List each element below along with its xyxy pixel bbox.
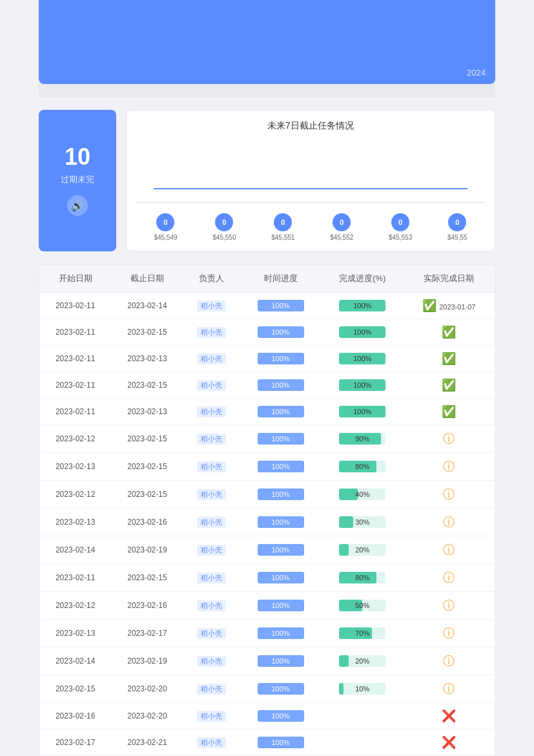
chart-date: $45,549 bbox=[154, 234, 177, 241]
end-date: 2023-02-15 bbox=[111, 319, 183, 346]
start-date: 2023-02-16 bbox=[39, 703, 111, 730]
sound-button[interactable]: 🔊 bbox=[67, 195, 88, 216]
person: 稻小壳 bbox=[183, 293, 240, 319]
status-icon-orange: ⓘ bbox=[443, 627, 455, 640]
time-bar-bg: 100% bbox=[258, 300, 304, 311]
completion-bar-bg: 70% bbox=[339, 627, 385, 639]
person: 稻小壳 bbox=[183, 564, 240, 592]
col-header-4: 完成进度(%) bbox=[322, 265, 404, 293]
completion-progress: 100% bbox=[322, 399, 404, 425]
status-icon-red: ❌ bbox=[442, 709, 456, 722]
person-tag: 稻小壳 bbox=[197, 300, 226, 311]
chart-node: 0 bbox=[215, 213, 233, 231]
completion-progress: 20% bbox=[322, 647, 404, 675]
col-header-2: 负责人 bbox=[183, 265, 240, 293]
time-progress: 100% bbox=[240, 564, 322, 592]
completion-bar-fill bbox=[339, 544, 348, 556]
status-icon-orange: ⓘ bbox=[443, 655, 455, 667]
table-row: 2023-02-11 2023-02-13 稻小壳 100% 100% ✅ bbox=[39, 346, 495, 372]
completion-bar-bg: 100% bbox=[339, 406, 385, 417]
status-icon-green: ✅ bbox=[442, 326, 456, 339]
table-header-row: 开始日期截止日期负责人时间进度完成进度(%)实际完成日期 bbox=[39, 265, 495, 293]
time-progress: 100% bbox=[240, 536, 322, 564]
start-date: 2023-02-11 bbox=[39, 319, 111, 346]
table-row: 2023-02-15 2023-02-20 稻小壳 100% 10% ⓘ bbox=[39, 675, 495, 703]
person-tag: 稻小壳 bbox=[197, 406, 226, 417]
person-tag: 稻小壳 bbox=[197, 353, 226, 364]
end-date: 2023-02-15 bbox=[111, 372, 183, 399]
time-progress: 100% bbox=[240, 675, 322, 703]
sub-header bbox=[39, 84, 495, 97]
completion-bar-text: 100% bbox=[353, 302, 371, 310]
status-icon-orange: ⓘ bbox=[443, 682, 455, 695]
actual-date: 2023-01-07 bbox=[439, 303, 475, 311]
completion-bar-text: 50% bbox=[355, 602, 369, 609]
time-bar-bg: 100% bbox=[258, 572, 304, 583]
completion-bar-fill bbox=[339, 655, 348, 667]
time-bar-text: 100% bbox=[271, 657, 289, 665]
start-date: 2023-02-12 bbox=[39, 425, 111, 453]
time-progress: 100% bbox=[240, 453, 322, 481]
end-date: 2023-02-13 bbox=[111, 399, 183, 425]
table-row: 2023-02-16 2023-02-20 稻小壳 100% ❌ bbox=[39, 703, 495, 730]
overdue-label: 过期未完 bbox=[61, 174, 94, 185]
start-date: 2023-02-12 bbox=[39, 481, 111, 509]
status-cell: ❌ bbox=[404, 703, 495, 730]
status-icon-orange: ⓘ bbox=[443, 488, 455, 501]
table-row: 2023-02-13 2023-02-17 稻小壳 100% 70% ⓘ bbox=[39, 620, 495, 647]
time-bar-bg: 100% bbox=[258, 461, 304, 472]
person: 稻小壳 bbox=[183, 536, 240, 564]
person: 稻小壳 bbox=[183, 453, 240, 481]
completion-bar-text: 100% bbox=[353, 381, 371, 389]
completion-bar-text: 80% bbox=[355, 463, 369, 470]
overdue-panel: 10 过期未完 🔊 bbox=[39, 110, 116, 251]
person: 稻小壳 bbox=[183, 675, 240, 703]
end-date: 2023-02-19 bbox=[111, 536, 183, 564]
start-date: 2023-02-13 bbox=[39, 509, 111, 536]
person: 稻小壳 bbox=[183, 730, 240, 756]
status-cell: ⓘ bbox=[404, 592, 495, 620]
completion-progress: 30% bbox=[322, 509, 404, 536]
person: 稻小壳 bbox=[183, 509, 240, 536]
end-date: 2023-02-17 bbox=[111, 620, 183, 647]
chart-point-1: 0 $45,550 bbox=[212, 213, 236, 241]
person-tag: 稻小壳 bbox=[197, 327, 226, 338]
status-icon-green: ✅ bbox=[442, 405, 456, 418]
time-bar-bg: 100% bbox=[258, 600, 304, 611]
start-date: 2023-02-11 bbox=[39, 372, 111, 399]
time-bar-text: 100% bbox=[271, 546, 289, 554]
completion-bar-text: 100% bbox=[353, 408, 371, 415]
completion-bar-text: 90% bbox=[355, 435, 369, 443]
table-row: 2023-02-13 2023-02-16 稻小壳 100% 30% ⓘ bbox=[39, 509, 495, 536]
completion-progress: 100% bbox=[322, 293, 404, 319]
end-date: 2023-02-14 bbox=[111, 293, 183, 319]
time-progress: 100% bbox=[240, 592, 322, 620]
time-bar-bg: 100% bbox=[258, 627, 304, 639]
time-bar-bg: 100% bbox=[258, 353, 304, 364]
table-body: 2023-02-11 2023-02-14 稻小壳 100% 100% ✅202… bbox=[39, 293, 495, 757]
chart-date: $45,551 bbox=[271, 234, 294, 241]
time-bar-text: 100% bbox=[271, 463, 289, 470]
time-bar-bg: 100% bbox=[258, 379, 304, 391]
end-date: 2023-02-20 bbox=[111, 675, 183, 703]
chart-panel: 未来7日截止任务情况 0 $45,549 0 $45,550 0 $45,551… bbox=[126, 110, 495, 251]
person-tag: 稻小壳 bbox=[197, 684, 226, 695]
status-cell: ⓘ bbox=[404, 564, 495, 592]
status-cell: ⓘ bbox=[404, 509, 495, 536]
start-date: 2023-02-17 bbox=[39, 730, 111, 756]
time-progress: 100% bbox=[240, 509, 322, 536]
completion-bar-bg: 50% bbox=[339, 600, 385, 611]
table-row: 2023-02-11 2023-02-15 稻小壳 100% 100% ✅ bbox=[39, 372, 495, 399]
person: 稻小壳 bbox=[183, 592, 240, 620]
start-date: 2023-02-11 bbox=[39, 564, 111, 592]
start-date: 2023-02-12 bbox=[39, 592, 111, 620]
time-bar-bg: 100% bbox=[258, 655, 304, 667]
completion-progress: 100% bbox=[322, 346, 404, 372]
start-date: 2023-02-11 bbox=[39, 399, 111, 425]
person-tag: 稻小壳 bbox=[197, 572, 226, 583]
time-bar-bg: 100% bbox=[258, 737, 304, 748]
table-row: 2023-02-12 2023-02-15 稻小壳 100% 90% ⓘ bbox=[39, 425, 495, 453]
chart-title: 未来7日截止任务情况 bbox=[136, 120, 485, 132]
completion-progress bbox=[322, 730, 404, 756]
time-bar-bg: 100% bbox=[258, 544, 304, 556]
